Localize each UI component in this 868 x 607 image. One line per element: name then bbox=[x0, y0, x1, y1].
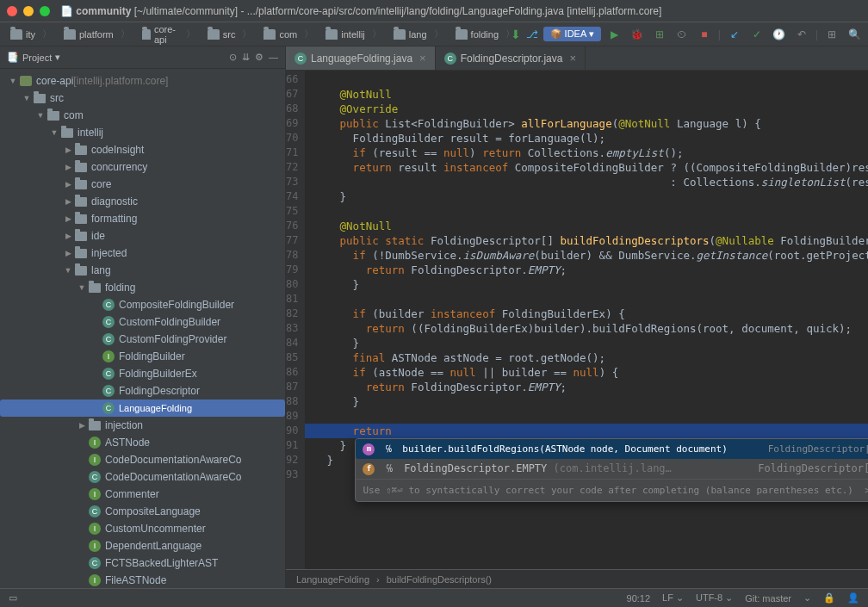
stop-button[interactable]: ■ bbox=[696, 26, 713, 43]
encoding[interactable]: UTF-8 ⌄ bbox=[696, 592, 733, 604]
tree-node[interactable]: ICommenter bbox=[0, 486, 285, 503]
editor[interactable]: 66 67 68 69 70 71 72 73 74 75 76 77 78 7… bbox=[286, 71, 868, 569]
search-button[interactable]: 🔍 bbox=[846, 26, 863, 43]
tree-node[interactable]: ▶diagnostic bbox=[0, 193, 285, 210]
run-button[interactable]: ▶ bbox=[606, 26, 623, 43]
tree-node[interactable]: IDependentLanguage bbox=[0, 537, 285, 554]
minimize-window-button[interactable] bbox=[23, 6, 34, 16]
tree-node[interactable]: CFoldingDescriptor bbox=[0, 382, 285, 400]
vcs-history-button[interactable]: 🕐 bbox=[771, 26, 788, 43]
vcs-revert-button[interactable]: ↶ bbox=[793, 26, 810, 43]
coverage-button[interactable]: ⊞ bbox=[651, 26, 668, 43]
tree-node[interactable]: ▼core-api [intellij.platform.core] bbox=[0, 72, 285, 90]
breadcrumb-method[interactable]: buildFoldingDescriptors() bbox=[387, 574, 492, 585]
editor-tab[interactable]: CFoldingDescriptor.java× bbox=[436, 46, 586, 70]
editor-tab[interactable]: CLanguageFolding.java× bbox=[286, 46, 436, 70]
tree-node[interactable]: CCompositeLanguage bbox=[0, 503, 285, 520]
breadcrumb-item[interactable]: lang〉 bbox=[388, 26, 449, 42]
tree-node[interactable]: IASTNode bbox=[0, 434, 285, 451]
vcs-commit-button[interactable]: ✓ bbox=[748, 26, 766, 43]
tree-node[interactable]: ▶injection bbox=[0, 417, 285, 434]
hide-icon[interactable]: — bbox=[269, 52, 278, 63]
build-icon[interactable]: ⬇ bbox=[511, 28, 521, 41]
profile-button[interactable]: ⏲ bbox=[673, 26, 691, 43]
tree-node[interactable]: CLanguageFolding bbox=[0, 400, 285, 417]
gutter: 66 67 68 69 70 71 72 73 74 75 76 77 78 7… bbox=[286, 71, 305, 569]
code-area[interactable]: @NotNull @Override public List<FoldingBu… bbox=[305, 71, 868, 569]
window-title: 📄 community [~/ultimate/community] - ...… bbox=[60, 5, 661, 17]
vcs-update-button[interactable]: ↙ bbox=[726, 26, 743, 43]
breadcrumb-item[interactable]: intellij〉 bbox=[320, 26, 387, 42]
project-tree[interactable]: ▼core-api [intellij.platform.core]▼src▼c… bbox=[0, 69, 285, 588]
tree-node[interactable]: ▼com bbox=[0, 107, 285, 124]
tree-node[interactable]: ▶concurrency bbox=[0, 158, 285, 176]
breadcrumb-item[interactable]: src〉 bbox=[202, 26, 257, 42]
navigation-bar: ity〉platform〉core-api〉src〉com〉intellij〉l… bbox=[0, 22, 868, 46]
editor-tabs: CLanguageFolding.java×CFoldingDescriptor… bbox=[286, 46, 868, 71]
tree-node[interactable]: ICustomUncommenter bbox=[0, 520, 285, 537]
lock-icon[interactable]: 🔒 bbox=[823, 592, 835, 604]
tree-node[interactable]: ▶codeInsight bbox=[0, 141, 285, 158]
tree-node[interactable]: ▼lang bbox=[0, 262, 285, 279]
breadcrumb-item[interactable]: ity〉 bbox=[5, 26, 57, 42]
maximize-window-button[interactable] bbox=[40, 6, 50, 16]
breadcrumb: ity〉platform〉core-api〉src〉com〉intellij〉l… bbox=[5, 22, 509, 46]
gear-icon[interactable]: ⚙ bbox=[255, 52, 264, 63]
tree-node[interactable]: IFileASTNode bbox=[0, 572, 285, 588]
tree-node[interactable]: ▶ide bbox=[0, 227, 285, 245]
debug-button[interactable]: 🐞 bbox=[629, 26, 646, 43]
collapse-icon[interactable]: ⇊ bbox=[242, 52, 250, 63]
tree-node[interactable]: ▶formatting bbox=[0, 210, 285, 227]
tree-node[interactable]: ▶core bbox=[0, 176, 285, 193]
caret-position[interactable]: 90:12 bbox=[627, 593, 651, 604]
editor-area: CLanguageFolding.java×CFoldingDescriptor… bbox=[286, 46, 868, 588]
inspection-icon[interactable]: 👤 bbox=[847, 592, 859, 604]
tree-node[interactable]: ICodeDocumentationAwareCo bbox=[0, 451, 285, 468]
breadcrumb-item[interactable]: platform〉 bbox=[59, 26, 135, 42]
completion-item[interactable]: m ℅ builder.buildFoldRegions(ASTNode nod… bbox=[356, 439, 868, 459]
status-bar: ▭ 90:12 LF ⌄ UTF-8 ⌄ Git: master⌄ 🔒 👤 bbox=[0, 588, 868, 607]
tree-node[interactable]: CFoldingBuilderEx bbox=[0, 365, 285, 382]
close-window-button[interactable] bbox=[7, 6, 17, 16]
tree-node[interactable]: ▶injected bbox=[0, 245, 285, 262]
close-tab-icon[interactable]: × bbox=[569, 52, 576, 65]
tree-node[interactable]: ▼folding bbox=[0, 279, 285, 296]
git-branch[interactable]: Git: master bbox=[745, 593, 791, 604]
completion-hint: Use ⇧⌘⏎ to syntactically correct your co… bbox=[356, 479, 868, 501]
structure-button[interactable]: ⊞ bbox=[823, 26, 840, 43]
breadcrumb-item[interactable]: folding〉 bbox=[450, 26, 509, 42]
editor-breadcrumb: LanguageFolding › buildFoldingDescriptor… bbox=[286, 569, 868, 588]
sidebar-title: Project bbox=[22, 53, 52, 63]
line-separator[interactable]: LF ⌄ bbox=[662, 592, 684, 604]
status-icon[interactable]: ▭ bbox=[9, 592, 17, 604]
titlebar: 📄 community [~/ultimate/community] - ...… bbox=[0, 0, 868, 22]
tree-node[interactable]: CCustomFoldingProvider bbox=[0, 331, 285, 348]
tree-node[interactable]: IFoldingBuilder bbox=[0, 348, 285, 365]
completion-popup[interactable]: m ℅ builder.buildFoldRegions(ASTNode nod… bbox=[355, 438, 868, 502]
completion-item[interactable]: f ℅ FoldingDescriptor.EMPTY (com.intelli… bbox=[356, 459, 868, 479]
tree-node[interactable]: CCustomFoldingBuilder bbox=[0, 313, 285, 331]
breadcrumb-item[interactable]: com〉 bbox=[258, 26, 319, 42]
close-tab-icon[interactable]: × bbox=[419, 52, 426, 65]
tree-node[interactable]: CFCTSBackedLighterAST bbox=[0, 554, 285, 572]
breadcrumb-item[interactable]: core-api〉 bbox=[137, 22, 201, 46]
tree-node[interactable]: ▼src bbox=[0, 90, 285, 107]
window-controls bbox=[7, 6, 50, 16]
run-config-selector[interactable]: 📦 IDEA ▾ bbox=[543, 27, 601, 41]
sidebar-header: 📑 Project ▾ ⊙ ⇊ ⚙ — bbox=[0, 46, 285, 69]
breadcrumb-class[interactable]: LanguageFolding bbox=[296, 574, 369, 585]
tree-node[interactable]: CCodeDocumentationAwareCo bbox=[0, 468, 285, 486]
tree-node[interactable]: ▼intellij bbox=[0, 124, 285, 141]
tree-node[interactable]: CCompositeFoldingBuilder bbox=[0, 296, 285, 313]
project-sidebar: 📑 Project ▾ ⊙ ⇊ ⚙ — ▼core-api [intellij.… bbox=[0, 46, 286, 588]
target-icon[interactable]: ⊙ bbox=[229, 52, 237, 63]
toolbar: ⬇ ⎇ 📦 IDEA ▾ ▶ 🐞 ⊞ ⏲ ■ | ↙ ✓ 🕐 ↶ | ⊞ 🔍 bbox=[511, 26, 863, 43]
